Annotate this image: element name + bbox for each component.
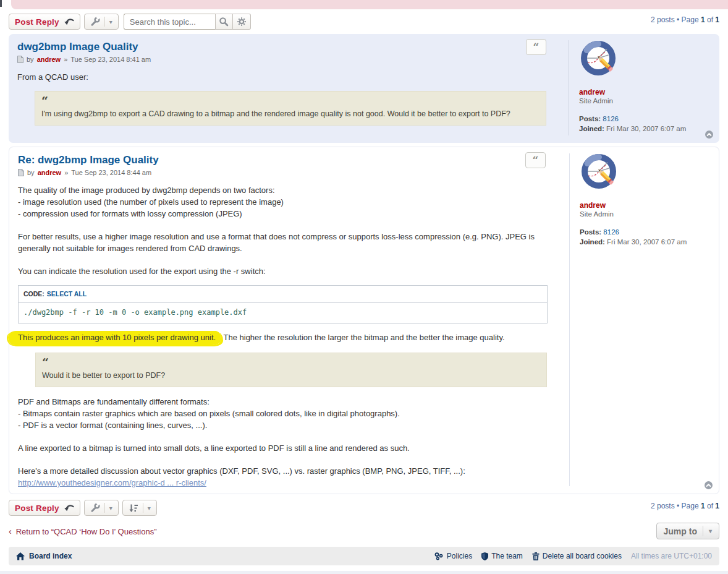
- paragraph: Here's a more detailed discussion about …: [18, 465, 561, 477]
- page-background-strip: [0, 571, 728, 574]
- pagination-top: 2 posts • Page 1 of 1: [651, 14, 719, 24]
- author-link[interactable]: andrew: [38, 169, 62, 176]
- page-total: 1: [715, 15, 719, 24]
- reply-arrow-icon: [64, 18, 74, 26]
- posts-count-link[interactable]: 8126: [603, 115, 619, 122]
- post-1-intro: From a QCAD user:: [17, 71, 560, 83]
- delete-cookies-label: Delete all board cookies: [543, 552, 622, 560]
- footer-bar: Board index Policies The team Delete all…: [9, 547, 719, 565]
- post-2: Re: dwg2bmp Image Quality by andrew » Tu…: [9, 147, 719, 494]
- post-reply-label: Post Reply: [15, 503, 59, 513]
- author-link[interactable]: andrew: [37, 56, 61, 63]
- quoted-message: “ I'm using dwg2bmp to export a CAD draw…: [35, 91, 546, 126]
- paragraph: A line exported to a bitmap is turned in…: [18, 442, 561, 454]
- code-block: CODE:SELECT ALL ./dwg2bmp -f -r 10 -m 0 …: [18, 285, 548, 323]
- post-2-body: The quality of the image produced by dwg…: [18, 184, 561, 489]
- the-team-link[interactable]: The team: [481, 552, 523, 560]
- post-1-title[interactable]: dwg2bmp Image Quality: [17, 41, 560, 53]
- posts-count: 2 posts: [651, 15, 675, 24]
- paragraph-line: The quality of the image produced by dwg…: [18, 184, 561, 196]
- link-line: http://www.youthedesigner.com/graphic-d …: [18, 477, 561, 489]
- post-2-content: Re: dwg2bmp Image Quality by andrew » Tu…: [9, 147, 561, 494]
- post-reply-label: Post Reply: [15, 17, 59, 27]
- post-1-body: From a QCAD user: “ I'm using dwg2bmp to…: [17, 71, 560, 126]
- post-1-content: dwg2bmp Image Quality by andrew » Tue Se…: [9, 34, 560, 139]
- profile-username[interactable]: andrew: [579, 88, 712, 96]
- of-word: of: [707, 502, 713, 510]
- post-2-title[interactable]: Re: dwg2bmp Image Quality: [18, 154, 561, 166]
- the-team-label: The team: [491, 552, 523, 560]
- board-index-link[interactable]: Board index: [16, 552, 72, 560]
- timezone-label: All times are UTC+01:00: [631, 552, 712, 560]
- footer-links: Policies The team Delete all board cooki…: [434, 552, 712, 560]
- profile-username[interactable]: andrew: [580, 201, 713, 210]
- topic-tools-button-bottom[interactable]: ▾: [84, 500, 119, 516]
- search-input[interactable]: [124, 14, 215, 30]
- bullet-separator: •: [677, 15, 679, 24]
- policies-label: Policies: [447, 552, 472, 560]
- page-total: 1: [715, 502, 719, 510]
- quote-open-icon: “: [41, 95, 540, 108]
- back-to-top-button[interactable]: [705, 131, 713, 139]
- gear-icon: [237, 17, 247, 27]
- highlighted-sentence: This produces an image with 10 pixels pe…: [8, 331, 221, 345]
- paragraph: You can indicate the resolution used for…: [18, 265, 561, 277]
- quote-post-button[interactable]: “: [525, 152, 546, 168]
- jump-to-button[interactable]: Jump to ▾: [656, 523, 719, 539]
- advanced-search-button[interactable]: [233, 14, 251, 30]
- post-date: Tue Sep 23, 2014 8:44 am: [71, 169, 151, 176]
- search-submit-button[interactable]: [215, 14, 233, 30]
- quote-icon: “: [533, 41, 540, 53]
- post-2-author-profile: andrew Site Admin Posts: 8126 Joined: Fr…: [569, 153, 713, 486]
- avatar-qcad-logo[interactable]: [580, 153, 713, 195]
- button-divider: [104, 17, 105, 27]
- delete-cookies-link[interactable]: Delete all board cookies: [532, 552, 622, 560]
- select-all-link[interactable]: SELECT ALL: [47, 290, 87, 298]
- topic-toolbar-top: Post Reply ▾: [9, 14, 719, 30]
- external-link[interactable]: http://www.youthedesigner.com/graphic-d …: [18, 478, 206, 487]
- button-divider: [143, 503, 143, 513]
- post-icon[interactable]: [18, 169, 24, 176]
- chevron-down-icon: ▾: [109, 19, 112, 25]
- page-current: 1: [701, 502, 705, 510]
- policies-link[interactable]: Policies: [434, 552, 472, 560]
- quoted-message: “ Would it be better to export to PDF?: [35, 353, 547, 387]
- back-to-top-button[interactable]: [705, 481, 713, 489]
- search-icon: [219, 17, 229, 27]
- bottom-nav-row: ‹Return to “QCAD ‘How Do I’ Questions” J…: [9, 523, 719, 539]
- paragraph-line: - Bitmaps contain raster graphics which …: [18, 408, 561, 419]
- joined-label: Joined:: [579, 125, 604, 132]
- reply-arrow-icon: [64, 504, 74, 512]
- button-divider: [104, 503, 105, 513]
- profile-stats: Posts: 8126 Joined: Fri Mar 30, 2007 6:0…: [579, 114, 712, 134]
- profile-stats: Posts: 8126 Joined: Fri Mar 30, 2007 6:0…: [580, 227, 713, 247]
- joined-label: Joined:: [580, 238, 605, 246]
- quote-icon: “: [533, 154, 539, 166]
- code-text[interactable]: ./dwg2bmp -f -r 10 -m 0 -o example.png e…: [19, 303, 547, 323]
- chevron-down-icon: ▾: [109, 505, 112, 512]
- post-date: Tue Sep 23, 2014 8:41 am: [70, 56, 151, 63]
- meta-arrow: »: [64, 169, 68, 176]
- sort-descending-icon: [129, 503, 138, 513]
- topic-toolbar-bottom: Post Reply ▾ ▾ 2 posts • Page 1 of 1: [9, 500, 719, 516]
- paragraph-line: - compression used for formats with loss…: [18, 208, 561, 220]
- meta-arrow: »: [64, 56, 67, 63]
- topic-tools-button[interactable]: ▾: [84, 14, 119, 30]
- posts-label: Posts:: [579, 115, 601, 122]
- page-word: Page: [682, 15, 699, 24]
- bullet-separator: •: [677, 502, 679, 510]
- post-reply-button[interactable]: Post Reply: [9, 14, 80, 30]
- post-reply-button-bottom[interactable]: Post Reply: [9, 500, 80, 516]
- of-word: of: [707, 15, 713, 24]
- profile-rank: Site Admin: [579, 97, 712, 105]
- paragraph-line: - PDF is a vector format (containing lin…: [18, 419, 561, 431]
- home-icon: [16, 552, 25, 560]
- posts-count-link[interactable]: 8126: [603, 228, 619, 236]
- post-1: dwg2bmp Image Quality by andrew » Tue Se…: [9, 34, 719, 143]
- return-to-forum-link[interactable]: ‹Return to “QCAD ‘How Do I’ Questions”: [9, 526, 156, 536]
- display-sort-button[interactable]: ▾: [122, 500, 157, 516]
- quote-post-button[interactable]: “: [526, 39, 546, 55]
- post-icon[interactable]: [17, 56, 23, 63]
- page-word: Page: [682, 502, 699, 510]
- avatar-qcad-logo[interactable]: [579, 40, 712, 82]
